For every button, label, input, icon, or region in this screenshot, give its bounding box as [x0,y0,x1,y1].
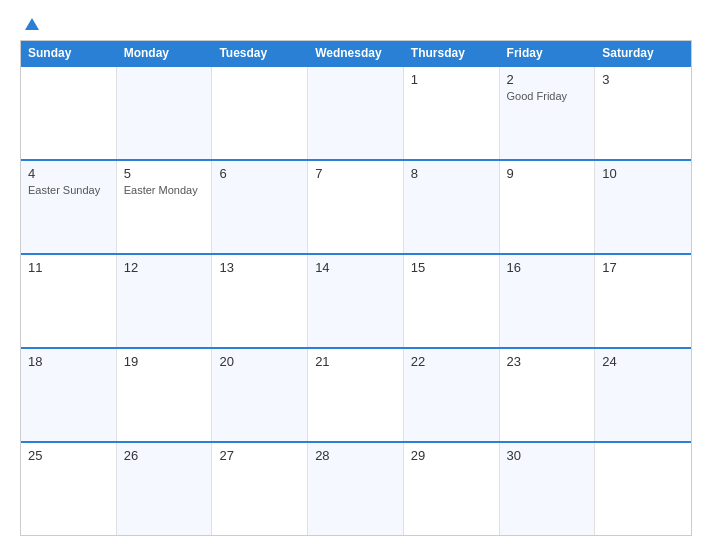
calendar-cell [212,67,308,159]
calendar-row-4: 18192021222324 [21,347,691,441]
calendar-cell: 11 [21,255,117,347]
calendar-cell: 17 [595,255,691,347]
header-day-friday: Friday [500,41,596,65]
day-event: Easter Monday [124,183,205,197]
calendar-cell: 28 [308,443,404,535]
header-day-saturday: Saturday [595,41,691,65]
day-number: 3 [602,72,684,87]
day-number: 13 [219,260,300,275]
calendar-cell [595,443,691,535]
calendar-cell: 20 [212,349,308,441]
calendar-cell: 24 [595,349,691,441]
header-day-monday: Monday [117,41,213,65]
day-number: 1 [411,72,492,87]
calendar-cell: 3 [595,67,691,159]
day-number: 21 [315,354,396,369]
calendar-cell: 29 [404,443,500,535]
calendar-cell [308,67,404,159]
day-number: 16 [507,260,588,275]
calendar-cell: 12 [117,255,213,347]
calendar-cell [117,67,213,159]
header-day-wednesday: Wednesday [308,41,404,65]
calendar-cell: 6 [212,161,308,253]
day-number: 29 [411,448,492,463]
day-number: 9 [507,166,588,181]
calendar-cell: 21 [308,349,404,441]
calendar-cell: 16 [500,255,596,347]
day-number: 12 [124,260,205,275]
calendar-cell: 2Good Friday [500,67,596,159]
day-number: 22 [411,354,492,369]
day-number: 30 [507,448,588,463]
calendar-cell: 18 [21,349,117,441]
header-day-sunday: Sunday [21,41,117,65]
header [20,18,692,30]
day-number: 28 [315,448,396,463]
calendar-cell [21,67,117,159]
logo [20,18,39,30]
calendar-cell: 10 [595,161,691,253]
calendar-cell: 25 [21,443,117,535]
calendar-cell: 1 [404,67,500,159]
day-number: 25 [28,448,109,463]
calendar-cell: 27 [212,443,308,535]
calendar-body: 12Good Friday34Easter Sunday5Easter Mond… [21,65,691,535]
logo-blue-text [20,18,39,30]
calendar-row-1: 12Good Friday3 [21,65,691,159]
day-number: 24 [602,354,684,369]
logo-triangle-icon [25,18,39,30]
day-event: Good Friday [507,89,588,103]
calendar-cell: 19 [117,349,213,441]
day-number: 10 [602,166,684,181]
calendar-cell: 13 [212,255,308,347]
day-number: 17 [602,260,684,275]
day-number: 18 [28,354,109,369]
day-number: 2 [507,72,588,87]
calendar-cell: 15 [404,255,500,347]
day-number: 5 [124,166,205,181]
day-number: 7 [315,166,396,181]
calendar-cell: 14 [308,255,404,347]
day-number: 19 [124,354,205,369]
day-number: 23 [507,354,588,369]
day-number: 8 [411,166,492,181]
calendar-row-2: 4Easter Sunday5Easter Monday678910 [21,159,691,253]
calendar-cell: 22 [404,349,500,441]
day-number: 6 [219,166,300,181]
calendar-cell: 26 [117,443,213,535]
day-number: 15 [411,260,492,275]
calendar-cell: 8 [404,161,500,253]
day-number: 20 [219,354,300,369]
calendar-cell: 23 [500,349,596,441]
calendar: SundayMondayTuesdayWednesdayThursdayFrid… [20,40,692,536]
day-number: 26 [124,448,205,463]
calendar-cell: 9 [500,161,596,253]
page: SundayMondayTuesdayWednesdayThursdayFrid… [0,0,712,550]
day-number: 4 [28,166,109,181]
calendar-header: SundayMondayTuesdayWednesdayThursdayFrid… [21,41,691,65]
header-day-tuesday: Tuesday [212,41,308,65]
calendar-cell: 5Easter Monday [117,161,213,253]
calendar-cell: 4Easter Sunday [21,161,117,253]
calendar-cell: 7 [308,161,404,253]
calendar-row-5: 252627282930 [21,441,691,535]
day-number: 11 [28,260,109,275]
day-event: Easter Sunday [28,183,109,197]
calendar-row-3: 11121314151617 [21,253,691,347]
calendar-cell: 30 [500,443,596,535]
day-number: 27 [219,448,300,463]
day-number: 14 [315,260,396,275]
header-day-thursday: Thursday [404,41,500,65]
